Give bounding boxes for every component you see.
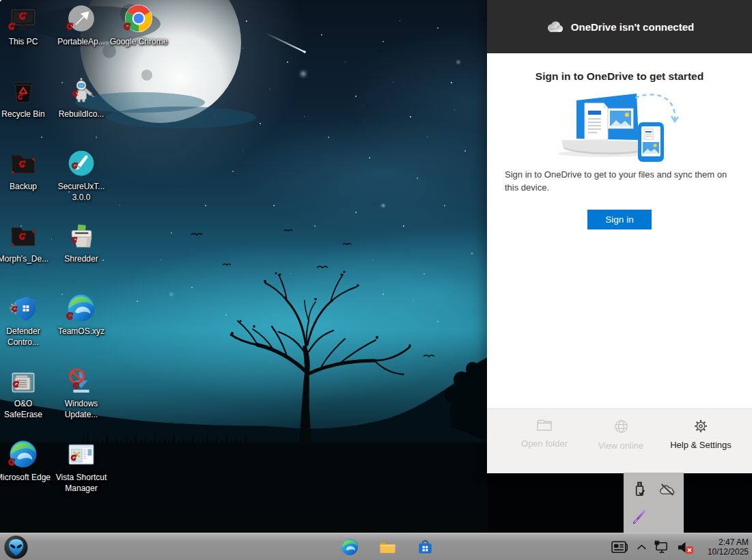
desktop-icon-label: Backup: [10, 182, 37, 193]
desktop-icon-label: TeamOS.xyz: [58, 326, 105, 337]
desktop-icon-rebuildico[interactable]: RebuildIco...: [51, 76, 111, 120]
start-button[interactable]: [1, 534, 30, 560]
desktop-icon-backup[interactable]: Backup: [0, 149, 53, 193]
desktop-icon-recycle-bin[interactable]: Recycle Bin: [0, 76, 53, 120]
desktop-icon-this-pc[interactable]: This PC: [0, 4, 53, 48]
network-button[interactable]: [653, 538, 671, 557]
open-folder-label: Open folder: [521, 438, 568, 449]
taskbar-clock[interactable]: 2:47 AM 10/12/2025: [699, 537, 749, 557]
desktop-icon-label: Morph's_De...: [0, 254, 48, 265]
desktop-icon-label: PortableAp...: [57, 37, 105, 48]
screen: This PC PortableAp... Google Chrome Recy…: [0, 0, 752, 560]
dragon-overlay-icon: [6, 21, 19, 34]
usb-safely-remove-icon[interactable]: [628, 478, 650, 500]
desktop-icon-vista-shortcut-manager[interactable]: Vista Shortcut Manager: [51, 440, 111, 494]
open-folder-button: Open folder: [509, 419, 580, 449]
shredder-icon: [67, 221, 96, 250]
desktop-icon-morphs-de[interactable]: Morph's_De...: [0, 221, 53, 265]
dragon-overlay-icon: [122, 21, 135, 34]
onedrive-heading: Sign in to OneDrive to get started: [487, 70, 752, 83]
shooting-star: [265, 33, 305, 52]
taskbar-file-explorer-button[interactable]: [378, 538, 397, 557]
desktop-icon-label: Defender Contro...: [0, 326, 53, 348]
recycle-bin-icon: [9, 76, 38, 105]
desktop-icon-portableapps[interactable]: PortableAp...: [51, 4, 111, 48]
onedrive-footer: Open folder View online Help & Settings: [487, 408, 752, 473]
hidden-icons-button[interactable]: [635, 538, 648, 557]
onedrive-header-title: OneDrive isn't connected: [571, 21, 694, 33]
desktop-icon-defender-control[interactable]: Defender Contro...: [0, 294, 53, 348]
windows-update-blocked-icon: [67, 366, 96, 395]
birds: [191, 230, 464, 375]
folder-outline-icon: [536, 419, 553, 432]
view-online-label: View online: [598, 440, 643, 451]
tree-silhouette: [231, 270, 411, 445]
taskbar-edge-button[interactable]: [341, 538, 359, 557]
clock-date: 10/12/2025: [699, 547, 749, 557]
dragon-overlay-icon: [6, 457, 19, 470]
file-explorer-icon: [378, 538, 397, 557]
edge-icon: [67, 294, 96, 322]
desktop-icon-label: RebuildIco...: [59, 109, 105, 120]
desktop-icon-label: Recycle Bin: [1, 109, 44, 120]
sign-in-button[interactable]: Sign in: [587, 210, 651, 229]
taskbar: 2:47 AM 10/12/2025: [0, 533, 752, 560]
desktop-icon-label: SecureUxT... 3.0.0: [52, 182, 111, 203]
edge-icon: [9, 440, 38, 468]
desktop-icon-google-chrome[interactable]: Google Chrome: [109, 4, 169, 48]
volume-muted-icon: [676, 540, 695, 555]
help-settings-label: Help & Settings: [670, 440, 732, 450]
desktop-icon-label: Windows Update...: [52, 399, 111, 420]
dark-folder-icon: [9, 149, 38, 178]
desktop-icon-oo-safeerase[interactable]: O&O SafeErase: [0, 366, 53, 420]
onedrive-not-signed-in-icon[interactable]: [656, 478, 678, 500]
desktop-icon-secureux[interactable]: SecureUxT... 3.0.0: [51, 149, 111, 203]
desktop-icon-label: This PC: [9, 37, 38, 48]
desktop-icon-label: Microsoft Edge: [0, 473, 51, 484]
gear-icon: [693, 419, 708, 434]
dragon-overlay-icon: [64, 311, 77, 324]
onedrive-flyout-panel: OneDrive isn't connected Sign in to OneD…: [487, 0, 752, 473]
system-tray: 2:47 AM 10/12/2025: [609, 533, 752, 560]
hidden-icons-chevron-icon: [637, 544, 647, 550]
defender-shield-icon: [9, 294, 38, 322]
dark-folder-icon: [9, 221, 38, 250]
onedrive-description: Sign in to OneDrive to get to your files…: [505, 169, 734, 195]
desktop-icon-label: O&O SafeErase: [0, 399, 53, 420]
news-button[interactable]: [609, 538, 630, 557]
desktop-icon-shredder[interactable]: Shredder: [51, 221, 111, 265]
news-icon: [611, 540, 629, 555]
pinned-apps: [341, 533, 434, 560]
secureux-theme-icon: [67, 149, 96, 178]
volume-button[interactable]: [676, 538, 695, 557]
edge-icon: [341, 538, 359, 556]
onedrive-header: OneDrive isn't connected: [487, 0, 752, 53]
dragon-overlay-icon: [64, 21, 77, 34]
microsoft-store-icon: [416, 538, 434, 557]
desktop-icon-windows-update[interactable]: Windows Update...: [51, 366, 111, 420]
portableapps-icon: [67, 4, 96, 33]
taskbar-store-button[interactable]: [416, 538, 434, 557]
desktop-icon-microsoft-edge[interactable]: Microsoft Edge: [0, 440, 53, 484]
ethernet-network-icon: [654, 540, 671, 555]
globe-icon: [613, 419, 629, 434]
shortcut-manager-window-icon: [67, 440, 96, 468]
alienware-start-icon: [3, 535, 29, 560]
desktop-icon-label: Vista Shortcut Manager: [52, 473, 111, 494]
desktop-icon-label: Shredder: [64, 254, 98, 265]
safeerase-machine-icon: [9, 366, 38, 395]
onedrive-cloud-icon: [545, 20, 565, 33]
desktop-icon-label: Google Chrome: [110, 37, 168, 48]
sync-devices-illustration: [534, 89, 705, 165]
tray-overflow-popup: [624, 473, 684, 533]
help-settings-button[interactable]: Help & Settings: [659, 419, 742, 450]
view-online-button: View online: [587, 419, 655, 451]
this-pc-icon: [9, 4, 38, 33]
chrome-icon: [124, 4, 153, 33]
pen-icon[interactable]: [628, 505, 650, 527]
desktop-icon-teamos[interactable]: TeamOS.xyz: [51, 294, 111, 337]
rebuild-icons-robot-icon: [67, 76, 96, 105]
clock-time: 2:47 AM: [699, 537, 749, 547]
